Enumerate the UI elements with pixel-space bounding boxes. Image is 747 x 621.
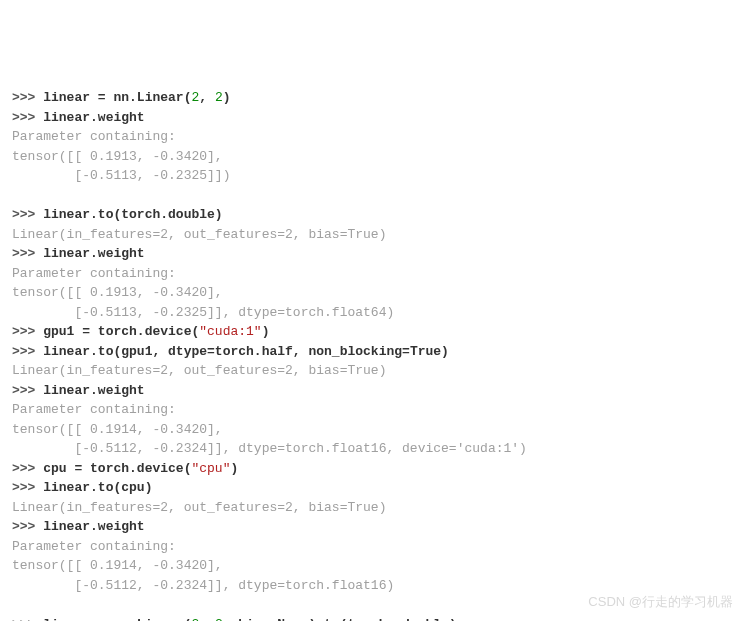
code-input-line: >>> gpu1 = torch.device("cuda:1") (12, 322, 735, 342)
code-token: ) (230, 461, 238, 476)
string-literal: "cpu" (191, 461, 230, 476)
code-output-line: Linear(in_features=2, out_features=2, bi… (12, 498, 735, 518)
repl-prompt: >>> (12, 246, 43, 261)
code-token: linear.weight (43, 519, 144, 534)
repl-prompt: >>> (12, 383, 43, 398)
code-input-line: >>> linear.to(cpu) (12, 478, 735, 498)
blank-line (12, 186, 735, 206)
code-token: linear.to(torch.double) (43, 207, 222, 222)
code-token: ) (262, 324, 270, 339)
code-output-line: tensor([[ 0.1914, -0.3420], (12, 420, 735, 440)
code-token: cpu = torch.device( (43, 461, 191, 476)
repl-prompt: >>> (12, 519, 43, 534)
code-block: >>> linear = nn.Linear(2, 2)>>> linear.w… (12, 88, 735, 621)
number-literal: 2 (215, 617, 223, 622)
code-input-line: >>> cpu = torch.device("cpu") (12, 459, 735, 479)
code-token: , (199, 617, 215, 622)
repl-prompt: >>> (12, 344, 43, 359)
code-output-line: [-0.5113, -0.2325]]) (12, 166, 735, 186)
code-token: ) (223, 90, 231, 105)
code-token: , bias=None).to(torch.cdouble) (223, 617, 457, 622)
code-output-line: tensor([[ 0.1914, -0.3420], (12, 556, 735, 576)
repl-prompt: >>> (12, 110, 43, 125)
code-input-line: >>> linear.weight (12, 381, 735, 401)
code-token: , (199, 90, 215, 105)
code-token: linear = nn.Linear( (43, 617, 191, 622)
code-output-line: tensor([[ 0.1913, -0.3420], (12, 147, 735, 167)
repl-prompt: >>> (12, 461, 43, 476)
code-token: linear = nn.Linear( (43, 90, 191, 105)
code-output-line: Parameter containing: (12, 127, 735, 147)
code-token: gpu1 = torch.device( (43, 324, 199, 339)
code-token: linear.weight (43, 383, 144, 398)
code-token: linear.weight (43, 110, 144, 125)
code-input-line: >>> linear.weight (12, 244, 735, 264)
code-input-line: >>> linear.weight (12, 108, 735, 128)
code-token: linear.to(cpu) (43, 480, 152, 495)
code-token: linear.to(gpu1, dtype=torch.half, non_bl… (43, 344, 449, 359)
string-literal: "cuda:1" (199, 324, 261, 339)
code-input-line: >>> linear.weight (12, 517, 735, 537)
repl-prompt: >>> (12, 324, 43, 339)
code-input-line: >>> linear.to(torch.double) (12, 205, 735, 225)
number-literal: 2 (215, 90, 223, 105)
code-output-line: Parameter containing: (12, 264, 735, 284)
repl-prompt: >>> (12, 207, 43, 222)
code-output-line: [-0.5112, -0.2324]], dtype=torch.float16… (12, 439, 735, 459)
code-input-line: >>> linear = nn.Linear(2, 2, bias=None).… (12, 615, 735, 622)
code-input-line: >>> linear = nn.Linear(2, 2) (12, 88, 735, 108)
repl-prompt: >>> (12, 617, 43, 622)
code-output-line: [-0.5113, -0.2325]], dtype=torch.float64… (12, 303, 735, 323)
code-output-line: Linear(in_features=2, out_features=2, bi… (12, 361, 735, 381)
code-input-line: >>> linear.to(gpu1, dtype=torch.half, no… (12, 342, 735, 362)
code-output-line: tensor([[ 0.1913, -0.3420], (12, 283, 735, 303)
code-output-line: Linear(in_features=2, out_features=2, bi… (12, 225, 735, 245)
repl-prompt: >>> (12, 480, 43, 495)
code-token: linear.weight (43, 246, 144, 261)
code-output-line: Parameter containing: (12, 537, 735, 557)
code-output-line: Parameter containing: (12, 400, 735, 420)
repl-prompt: >>> (12, 90, 43, 105)
watermark: CSDN @行走的学习机器 (588, 592, 733, 612)
